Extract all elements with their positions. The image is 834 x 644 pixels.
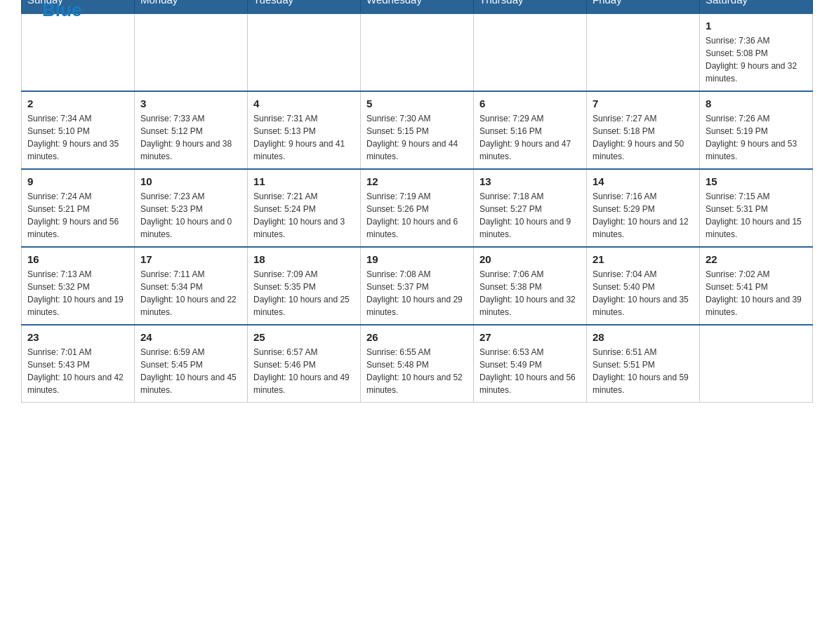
day-number: 25 bbox=[253, 331, 355, 343]
calendar-day-cell: 10Sunrise: 7:23 AM Sunset: 5:23 PM Dayli… bbox=[135, 169, 248, 247]
day-info: Sunrise: 7:09 AM Sunset: 5:35 PM Dayligh… bbox=[253, 268, 355, 318]
day-number: 3 bbox=[140, 98, 241, 109]
calendar-day-cell: 25Sunrise: 6:57 AM Sunset: 5:46 PM Dayli… bbox=[248, 325, 361, 403]
day-info: Sunrise: 7:30 AM Sunset: 5:15 PM Dayligh… bbox=[366, 112, 468, 163]
calendar-day-cell: 9Sunrise: 7:24 AM Sunset: 5:21 PM Daylig… bbox=[22, 169, 135, 247]
calendar-day-cell: 1Sunrise: 7:36 AM Sunset: 5:08 PM Daylig… bbox=[700, 13, 813, 91]
calendar-day-cell: 12Sunrise: 7:19 AM Sunset: 5:26 PM Dayli… bbox=[361, 169, 474, 247]
calendar-day-cell: 4Sunrise: 7:31 AM Sunset: 5:13 PM Daylig… bbox=[248, 91, 361, 169]
day-number: 9 bbox=[27, 175, 128, 187]
calendar-day-cell: 22Sunrise: 7:02 AM Sunset: 5:41 PM Dayli… bbox=[700, 247, 813, 325]
day-number: 24 bbox=[140, 331, 241, 343]
calendar-day-cell: 20Sunrise: 7:06 AM Sunset: 5:38 PM Dayli… bbox=[474, 247, 587, 325]
day-number: 4 bbox=[253, 98, 355, 109]
calendar-day-cell bbox=[361, 13, 474, 91]
day-info: Sunrise: 7:18 AM Sunset: 5:27 PM Dayligh… bbox=[479, 190, 581, 241]
day-info: Sunrise: 7:11 AM Sunset: 5:34 PM Dayligh… bbox=[140, 268, 241, 318]
calendar-day-cell: 27Sunrise: 6:53 AM Sunset: 5:49 PM Dayli… bbox=[474, 325, 587, 403]
weekday-header-saturday: Saturday bbox=[700, 0, 813, 13]
calendar-week-row: 23Sunrise: 7:01 AM Sunset: 5:43 PM Dayli… bbox=[22, 325, 813, 403]
day-number: 6 bbox=[479, 98, 581, 109]
day-number: 17 bbox=[140, 253, 241, 265]
day-info: Sunrise: 7:21 AM Sunset: 5:24 PM Dayligh… bbox=[253, 190, 355, 241]
day-info: Sunrise: 7:02 AM Sunset: 5:41 PM Dayligh… bbox=[706, 268, 807, 318]
weekday-header-monday: Monday bbox=[135, 0, 248, 13]
calendar-day-cell: 2Sunrise: 7:34 AM Sunset: 5:10 PM Daylig… bbox=[22, 91, 135, 169]
day-number: 28 bbox=[593, 331, 694, 343]
day-info: Sunrise: 7:33 AM Sunset: 5:12 PM Dayligh… bbox=[140, 112, 241, 163]
day-number: 2 bbox=[27, 98, 128, 109]
day-number: 11 bbox=[253, 175, 355, 187]
calendar-day-cell: 19Sunrise: 7:08 AM Sunset: 5:37 PM Dayli… bbox=[361, 247, 474, 325]
day-info: Sunrise: 7:36 AM Sunset: 5:08 PM Dayligh… bbox=[706, 34, 807, 85]
calendar-day-cell: 11Sunrise: 7:21 AM Sunset: 5:24 PM Dayli… bbox=[248, 169, 361, 247]
day-info: Sunrise: 7:29 AM Sunset: 5:16 PM Dayligh… bbox=[479, 112, 581, 163]
calendar-day-cell: 16Sunrise: 7:13 AM Sunset: 5:32 PM Dayli… bbox=[22, 247, 135, 325]
calendar-day-cell: 15Sunrise: 7:15 AM Sunset: 5:31 PM Dayli… bbox=[700, 169, 813, 247]
calendar-header-row: SundayMondayTuesdayWednesdayThursdayFrid… bbox=[22, 0, 813, 13]
day-info: Sunrise: 7:24 AM Sunset: 5:21 PM Dayligh… bbox=[27, 190, 128, 241]
day-info: Sunrise: 7:13 AM Sunset: 5:32 PM Dayligh… bbox=[27, 268, 128, 318]
day-info: Sunrise: 7:23 AM Sunset: 5:23 PM Dayligh… bbox=[140, 190, 241, 241]
day-number: 26 bbox=[366, 331, 468, 343]
calendar-day-cell: 26Sunrise: 6:55 AM Sunset: 5:48 PM Dayli… bbox=[361, 325, 474, 403]
day-info: Sunrise: 6:55 AM Sunset: 5:48 PM Dayligh… bbox=[366, 346, 468, 396]
calendar-table: SundayMondayTuesdayWednesdayThursdayFrid… bbox=[21, 0, 813, 403]
calendar-day-cell: 3Sunrise: 7:33 AM Sunset: 5:12 PM Daylig… bbox=[135, 91, 248, 169]
calendar-day-cell bbox=[474, 13, 587, 91]
calendar-day-cell: 21Sunrise: 7:04 AM Sunset: 5:40 PM Dayli… bbox=[587, 247, 700, 325]
day-number: 12 bbox=[366, 175, 468, 187]
day-number: 14 bbox=[593, 175, 694, 187]
day-number: 13 bbox=[479, 175, 581, 187]
calendar-day-cell bbox=[587, 13, 700, 91]
weekday-header-thursday: Thursday bbox=[474, 0, 587, 13]
weekday-header-wednesday: Wednesday bbox=[361, 0, 474, 13]
calendar-week-row: 2Sunrise: 7:34 AM Sunset: 5:10 PM Daylig… bbox=[22, 91, 813, 169]
calendar-day-cell bbox=[135, 13, 248, 91]
day-number: 10 bbox=[140, 175, 241, 187]
calendar-week-row: 16Sunrise: 7:13 AM Sunset: 5:32 PM Dayli… bbox=[22, 247, 813, 325]
day-info: Sunrise: 7:15 AM Sunset: 5:31 PM Dayligh… bbox=[706, 190, 807, 241]
calendar-day-cell: 5Sunrise: 7:30 AM Sunset: 5:15 PM Daylig… bbox=[361, 91, 474, 169]
day-number: 7 bbox=[593, 98, 694, 109]
day-info: Sunrise: 7:04 AM Sunset: 5:40 PM Dayligh… bbox=[593, 268, 694, 318]
weekday-header-tuesday: Tuesday bbox=[248, 0, 361, 13]
calendar-day-cell bbox=[248, 13, 361, 91]
day-info: Sunrise: 6:51 AM Sunset: 5:51 PM Dayligh… bbox=[593, 346, 694, 396]
day-number: 27 bbox=[479, 331, 581, 343]
calendar-day-cell: 17Sunrise: 7:11 AM Sunset: 5:34 PM Dayli… bbox=[135, 247, 248, 325]
day-number: 23 bbox=[27, 331, 128, 343]
day-number: 19 bbox=[366, 253, 468, 265]
calendar-day-cell: 28Sunrise: 6:51 AM Sunset: 5:51 PM Dayli… bbox=[587, 325, 700, 403]
day-number: 21 bbox=[593, 253, 694, 265]
calendar-day-cell: 23Sunrise: 7:01 AM Sunset: 5:43 PM Dayli… bbox=[22, 325, 135, 403]
day-info: Sunrise: 6:53 AM Sunset: 5:49 PM Dayligh… bbox=[479, 346, 581, 396]
day-number: 18 bbox=[253, 253, 355, 265]
day-info: Sunrise: 7:01 AM Sunset: 5:43 PM Dayligh… bbox=[27, 346, 128, 396]
day-number: 5 bbox=[366, 98, 468, 109]
logo-block: General Blue bbox=[42, 0, 126, 21]
day-number: 16 bbox=[27, 253, 128, 265]
day-number: 22 bbox=[706, 253, 807, 265]
logo-blue-text: Blue bbox=[42, 0, 81, 20]
day-number: 1 bbox=[706, 20, 807, 32]
calendar-day-cell: 8Sunrise: 7:26 AM Sunset: 5:19 PM Daylig… bbox=[700, 91, 813, 169]
calendar-day-cell: 18Sunrise: 7:09 AM Sunset: 5:35 PM Dayli… bbox=[248, 247, 361, 325]
day-number: 15 bbox=[706, 175, 807, 187]
day-info: Sunrise: 7:31 AM Sunset: 5:13 PM Dayligh… bbox=[253, 112, 355, 163]
calendar-day-cell: 6Sunrise: 7:29 AM Sunset: 5:16 PM Daylig… bbox=[474, 91, 587, 169]
day-info: Sunrise: 7:06 AM Sunset: 5:38 PM Dayligh… bbox=[479, 268, 581, 318]
day-info: Sunrise: 7:19 AM Sunset: 5:26 PM Dayligh… bbox=[366, 190, 468, 241]
calendar-day-cell: 14Sunrise: 7:16 AM Sunset: 5:29 PM Dayli… bbox=[587, 169, 700, 247]
calendar-week-row: 1Sunrise: 7:36 AM Sunset: 5:08 PM Daylig… bbox=[22, 13, 813, 91]
day-info: Sunrise: 6:57 AM Sunset: 5:46 PM Dayligh… bbox=[253, 346, 355, 396]
day-number: 20 bbox=[479, 253, 581, 265]
calendar-day-cell bbox=[700, 325, 813, 403]
calendar-day-cell: 13Sunrise: 7:18 AM Sunset: 5:27 PM Dayli… bbox=[474, 169, 587, 247]
day-info: Sunrise: 7:08 AM Sunset: 5:37 PM Dayligh… bbox=[366, 268, 468, 318]
calendar-day-cell: 24Sunrise: 6:59 AM Sunset: 5:45 PM Dayli… bbox=[135, 325, 248, 403]
day-number: 8 bbox=[706, 98, 807, 109]
calendar-day-cell: 7Sunrise: 7:27 AM Sunset: 5:18 PM Daylig… bbox=[587, 91, 700, 169]
day-info: Sunrise: 7:26 AM Sunset: 5:19 PM Dayligh… bbox=[706, 112, 807, 163]
day-info: Sunrise: 7:27 AM Sunset: 5:18 PM Dayligh… bbox=[593, 112, 694, 163]
